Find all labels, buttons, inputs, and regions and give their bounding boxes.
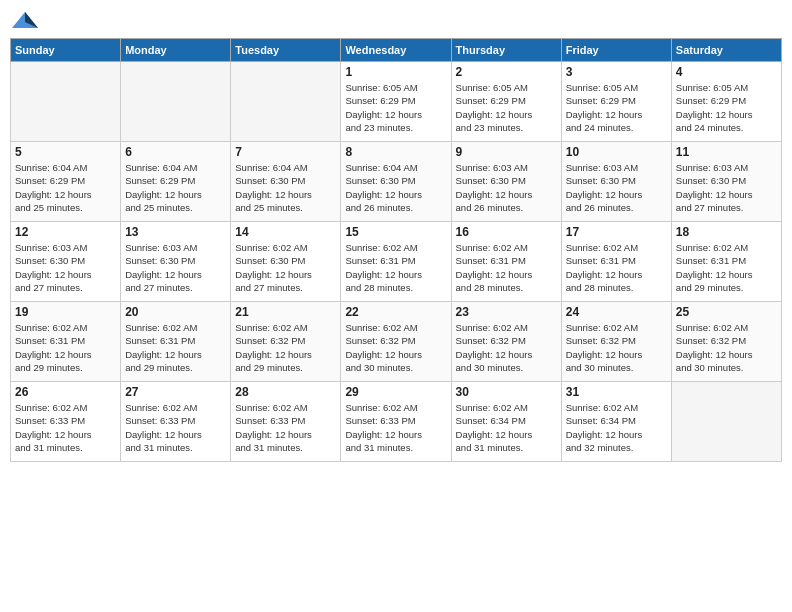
day-info: Sunrise: 6:02 AMSunset: 6:30 PMDaylight:… [235,241,336,294]
calendar-cell: 13Sunrise: 6:03 AMSunset: 6:30 PMDayligh… [121,222,231,302]
day-number: 17 [566,225,667,239]
weekday-header-row: SundayMondayTuesdayWednesdayThursdayFrid… [11,39,782,62]
week-row-1: 1Sunrise: 6:05 AMSunset: 6:29 PMDaylight… [11,62,782,142]
calendar-cell: 22Sunrise: 6:02 AMSunset: 6:32 PMDayligh… [341,302,451,382]
week-row-5: 26Sunrise: 6:02 AMSunset: 6:33 PMDayligh… [11,382,782,462]
day-info: Sunrise: 6:02 AMSunset: 6:34 PMDaylight:… [566,401,667,454]
weekday-header-saturday: Saturday [671,39,781,62]
weekday-header-monday: Monday [121,39,231,62]
day-info: Sunrise: 6:05 AMSunset: 6:29 PMDaylight:… [566,81,667,134]
day-number: 11 [676,145,777,159]
calendar-cell: 5Sunrise: 6:04 AMSunset: 6:29 PMDaylight… [11,142,121,222]
day-number: 27 [125,385,226,399]
calendar-cell: 23Sunrise: 6:02 AMSunset: 6:32 PMDayligh… [451,302,561,382]
calendar-cell: 25Sunrise: 6:02 AMSunset: 6:32 PMDayligh… [671,302,781,382]
day-number: 21 [235,305,336,319]
calendar-cell: 28Sunrise: 6:02 AMSunset: 6:33 PMDayligh… [231,382,341,462]
day-info: Sunrise: 6:02 AMSunset: 6:31 PMDaylight:… [676,241,777,294]
day-number: 14 [235,225,336,239]
calendar-cell: 24Sunrise: 6:02 AMSunset: 6:32 PMDayligh… [561,302,671,382]
day-number: 20 [125,305,226,319]
day-info: Sunrise: 6:02 AMSunset: 6:33 PMDaylight:… [235,401,336,454]
calendar-cell: 6Sunrise: 6:04 AMSunset: 6:29 PMDaylight… [121,142,231,222]
day-number: 5 [15,145,116,159]
week-row-4: 19Sunrise: 6:02 AMSunset: 6:31 PMDayligh… [11,302,782,382]
calendar-cell: 29Sunrise: 6:02 AMSunset: 6:33 PMDayligh… [341,382,451,462]
calendar-cell: 14Sunrise: 6:02 AMSunset: 6:30 PMDayligh… [231,222,341,302]
calendar-cell: 11Sunrise: 6:03 AMSunset: 6:30 PMDayligh… [671,142,781,222]
day-number: 2 [456,65,557,79]
calendar-cell [671,382,781,462]
calendar-cell: 31Sunrise: 6:02 AMSunset: 6:34 PMDayligh… [561,382,671,462]
weekday-header-sunday: Sunday [11,39,121,62]
day-info: Sunrise: 6:02 AMSunset: 6:31 PMDaylight:… [125,321,226,374]
day-info: Sunrise: 6:02 AMSunset: 6:34 PMDaylight:… [456,401,557,454]
calendar-cell: 21Sunrise: 6:02 AMSunset: 6:32 PMDayligh… [231,302,341,382]
day-number: 10 [566,145,667,159]
day-info: Sunrise: 6:02 AMSunset: 6:31 PMDaylight:… [566,241,667,294]
day-info: Sunrise: 6:02 AMSunset: 6:33 PMDaylight:… [345,401,446,454]
day-number: 29 [345,385,446,399]
day-number: 16 [456,225,557,239]
day-info: Sunrise: 6:02 AMSunset: 6:31 PMDaylight:… [15,321,116,374]
calendar-cell: 15Sunrise: 6:02 AMSunset: 6:31 PMDayligh… [341,222,451,302]
day-number: 30 [456,385,557,399]
day-info: Sunrise: 6:02 AMSunset: 6:33 PMDaylight:… [125,401,226,454]
calendar-cell: 26Sunrise: 6:02 AMSunset: 6:33 PMDayligh… [11,382,121,462]
day-info: Sunrise: 6:02 AMSunset: 6:31 PMDaylight:… [456,241,557,294]
calendar-cell [231,62,341,142]
day-number: 13 [125,225,226,239]
day-number: 3 [566,65,667,79]
day-number: 23 [456,305,557,319]
calendar-cell: 9Sunrise: 6:03 AMSunset: 6:30 PMDaylight… [451,142,561,222]
day-info: Sunrise: 6:02 AMSunset: 6:31 PMDaylight:… [345,241,446,294]
calendar-cell [11,62,121,142]
day-number: 8 [345,145,446,159]
calendar-cell: 30Sunrise: 6:02 AMSunset: 6:34 PMDayligh… [451,382,561,462]
logo-icon [10,10,40,30]
day-info: Sunrise: 6:02 AMSunset: 6:32 PMDaylight:… [345,321,446,374]
calendar-cell: 27Sunrise: 6:02 AMSunset: 6:33 PMDayligh… [121,382,231,462]
day-info: Sunrise: 6:02 AMSunset: 6:32 PMDaylight:… [235,321,336,374]
day-number: 19 [15,305,116,319]
calendar-cell: 7Sunrise: 6:04 AMSunset: 6:30 PMDaylight… [231,142,341,222]
weekday-header-tuesday: Tuesday [231,39,341,62]
day-info: Sunrise: 6:02 AMSunset: 6:32 PMDaylight:… [456,321,557,374]
calendar-cell: 17Sunrise: 6:02 AMSunset: 6:31 PMDayligh… [561,222,671,302]
day-number: 15 [345,225,446,239]
logo [10,10,42,30]
day-number: 9 [456,145,557,159]
page-container: SundayMondayTuesdayWednesdayThursdayFrid… [0,0,792,612]
calendar-cell: 3Sunrise: 6:05 AMSunset: 6:29 PMDaylight… [561,62,671,142]
calendar-cell: 16Sunrise: 6:02 AMSunset: 6:31 PMDayligh… [451,222,561,302]
day-info: Sunrise: 6:04 AMSunset: 6:29 PMDaylight:… [15,161,116,214]
day-info: Sunrise: 6:03 AMSunset: 6:30 PMDaylight:… [566,161,667,214]
day-info: Sunrise: 6:05 AMSunset: 6:29 PMDaylight:… [676,81,777,134]
day-number: 24 [566,305,667,319]
day-number: 31 [566,385,667,399]
day-number: 28 [235,385,336,399]
day-info: Sunrise: 6:03 AMSunset: 6:30 PMDaylight:… [15,241,116,294]
day-info: Sunrise: 6:03 AMSunset: 6:30 PMDaylight:… [125,241,226,294]
day-number: 1 [345,65,446,79]
day-info: Sunrise: 6:02 AMSunset: 6:32 PMDaylight:… [676,321,777,374]
calendar-cell: 2Sunrise: 6:05 AMSunset: 6:29 PMDaylight… [451,62,561,142]
day-number: 25 [676,305,777,319]
day-info: Sunrise: 6:05 AMSunset: 6:29 PMDaylight:… [456,81,557,134]
day-number: 7 [235,145,336,159]
day-info: Sunrise: 6:02 AMSunset: 6:33 PMDaylight:… [15,401,116,454]
calendar-cell: 19Sunrise: 6:02 AMSunset: 6:31 PMDayligh… [11,302,121,382]
day-info: Sunrise: 6:04 AMSunset: 6:30 PMDaylight:… [345,161,446,214]
day-info: Sunrise: 6:02 AMSunset: 6:32 PMDaylight:… [566,321,667,374]
calendar-cell: 18Sunrise: 6:02 AMSunset: 6:31 PMDayligh… [671,222,781,302]
day-number: 4 [676,65,777,79]
day-number: 26 [15,385,116,399]
header [10,10,782,30]
calendar-cell: 8Sunrise: 6:04 AMSunset: 6:30 PMDaylight… [341,142,451,222]
day-number: 12 [15,225,116,239]
day-info: Sunrise: 6:03 AMSunset: 6:30 PMDaylight:… [676,161,777,214]
calendar-cell: 12Sunrise: 6:03 AMSunset: 6:30 PMDayligh… [11,222,121,302]
day-number: 18 [676,225,777,239]
week-row-2: 5Sunrise: 6:04 AMSunset: 6:29 PMDaylight… [11,142,782,222]
day-info: Sunrise: 6:03 AMSunset: 6:30 PMDaylight:… [456,161,557,214]
